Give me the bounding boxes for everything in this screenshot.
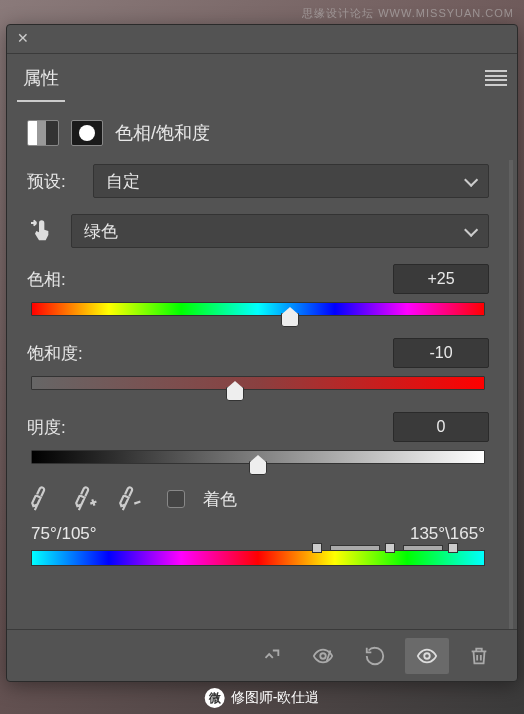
range-values: 75°/105° 135°\165°: [27, 524, 489, 544]
panel-content: 预设: 自定 绿色 色相: +25: [7, 160, 513, 629]
lightness-label: 明度:: [27, 416, 81, 439]
adjustment-title: 色相/饱和度: [115, 121, 210, 145]
targeted-adjust-icon[interactable]: [27, 215, 59, 247]
watermark: 思缘设计论坛 WWW.MISSYUAN.COM: [302, 6, 514, 21]
hue-value-input[interactable]: +25: [393, 264, 489, 294]
range-bar[interactable]: [330, 545, 380, 551]
eyedropper-add-icon[interactable]: [67, 482, 100, 515]
tab-properties[interactable]: 属性: [17, 54, 65, 102]
view-previous-icon[interactable]: [301, 638, 345, 674]
panel-menu-icon[interactable]: [485, 70, 507, 86]
eyedropper-subtract-icon[interactable]: [111, 482, 144, 515]
hue-slider-group: 色相: +25: [27, 264, 489, 316]
mask-icon[interactable]: [71, 120, 103, 146]
lightness-slider-group: 明度: 0: [27, 412, 489, 464]
range-right: 135°\165°: [410, 524, 485, 544]
weibo-icon: 微: [205, 688, 225, 708]
trash-icon[interactable]: [457, 638, 501, 674]
channel-value: 绿色: [84, 220, 118, 243]
svg-point-0: [320, 653, 326, 659]
reset-icon[interactable]: [353, 638, 397, 674]
chevron-down-icon: [464, 177, 476, 185]
chevron-down-icon: [464, 227, 476, 235]
properties-panel: ✕ 属性 色相/饱和度 预设: 自定 绿色 色相:: [6, 24, 518, 682]
tabbar: 属性: [7, 54, 517, 102]
saturation-slider[interactable]: [31, 376, 485, 390]
range-marker[interactable]: [385, 543, 395, 553]
svg-point-1: [424, 653, 430, 659]
saturation-slider-group: 饱和度: -10: [27, 338, 489, 390]
channel-row: 绿色: [27, 214, 489, 248]
close-icon[interactable]: ✕: [17, 31, 33, 47]
adjustment-header: 色相/饱和度: [7, 102, 517, 160]
eyedropper-row: 着色: [27, 486, 489, 512]
preset-label: 预设:: [27, 170, 81, 193]
preset-row: 预设: 自定: [27, 164, 489, 198]
lightness-thumb[interactable]: [249, 461, 267, 475]
range-bar[interactable]: [403, 545, 444, 551]
visibility-icon[interactable]: [405, 638, 449, 674]
clip-to-layer-icon[interactable]: [249, 638, 293, 674]
saturation-thumb[interactable]: [226, 387, 244, 401]
lightness-slider[interactable]: [31, 450, 485, 464]
channel-dropdown[interactable]: 绿色: [71, 214, 489, 248]
saturation-value-input[interactable]: -10: [393, 338, 489, 368]
range-left: 75°/105°: [31, 524, 97, 544]
titlebar: ✕: [7, 25, 517, 54]
hue-label: 色相:: [27, 268, 81, 291]
credit-text: 修图师-欧仕逍: [231, 689, 320, 707]
preset-value: 自定: [106, 170, 140, 193]
saturation-label: 饱和度:: [27, 342, 83, 365]
lightness-value-input[interactable]: 0: [393, 412, 489, 442]
range-marker[interactable]: [312, 543, 322, 553]
range-marker[interactable]: [448, 543, 458, 553]
colorize-label: 着色: [203, 488, 237, 511]
hue-slider[interactable]: [31, 302, 485, 316]
credit: 微 修图师-欧仕逍: [205, 688, 320, 708]
eyedropper-icon[interactable]: [23, 482, 56, 515]
hue-thumb[interactable]: [281, 313, 299, 327]
color-range-spectrum[interactable]: [31, 550, 485, 566]
gradient-map-icon[interactable]: [27, 120, 59, 146]
colorize-checkbox[interactable]: [167, 490, 185, 508]
preset-dropdown[interactable]: 自定: [93, 164, 489, 198]
panel-footer: [7, 629, 517, 681]
